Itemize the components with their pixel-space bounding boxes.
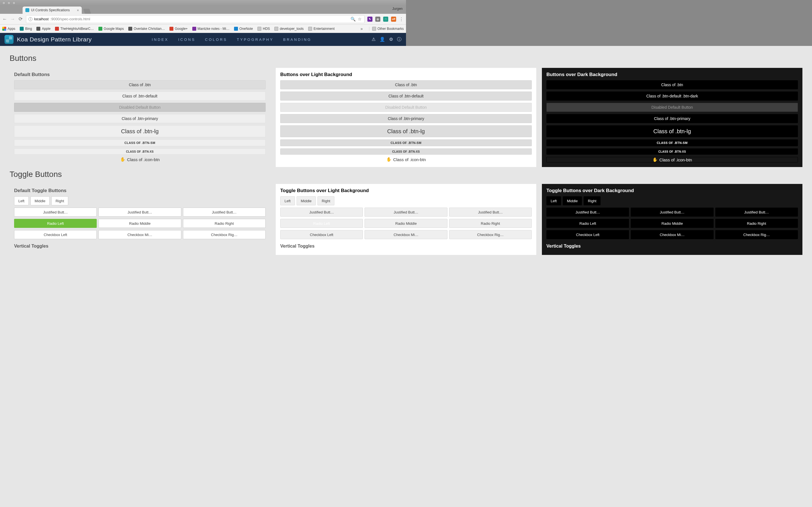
bookmark-item[interactable]: Google Maps [98,27,124,31]
extension-icon[interactable]: □ [383,17,388,22]
bookmark-folder[interactable]: HDS [257,27,270,31]
address-bar[interactable]: i localhost:9000/spec-controls.html 🔍 ☆ [26,15,364,23]
vertical-toggles-title: Vertical Toggles [14,244,266,249]
bookmark-item[interactable]: Overlake Christian… [128,27,165,31]
checkbox-right[interactable]: Checkbox Rig… [183,230,266,239]
nav-link-icons[interactable]: ICONS [178,38,195,42]
bookmark-item[interactable]: Bing [20,27,32,31]
btn-default[interactable]: Class of .btn-default [280,92,406,101]
toggle-radio: Radio Left Radio Middle Radio Right [280,219,406,228]
url-host: localhost [34,17,49,21]
radio-middle[interactable]: Radio Middle [98,219,181,228]
btn-sm[interactable]: CLASS OF .BTN-SM [280,139,406,146]
nav-link-typography[interactable]: TYPOGRAPHY [237,38,273,42]
section-title-buttons: Buttons [10,54,406,63]
extension-icon[interactable]: ✎ [367,17,372,22]
bookmarks-overflow-icon[interactable]: » [361,26,364,31]
bookmark-item[interactable]: TheHeightsAtBearC… [55,27,94,31]
user-icon[interactable]: 👤 [379,37,385,43]
btn-base[interactable]: Class of .btn [14,80,266,89]
radio-right[interactable]: Radio Right [183,219,266,228]
favicon-icon [55,27,59,31]
checkbox-middle[interactable]: Checkbox Mi… [364,230,406,239]
browser-profile-name[interactable]: Jurgen [392,7,403,11]
nav-link-branding[interactable]: BRANDING [283,38,312,42]
zoom-icon[interactable]: 🔍 [351,17,356,21]
maximize-window-icon[interactable] [12,1,15,4]
btn-icon[interactable]: ✋Class of .icon-btn [14,157,266,162]
bookmark-item[interactable]: Google+ [169,27,188,31]
favicon-icon [192,27,196,31]
app-brand[interactable]: Koa Design Pattern Library [17,36,92,43]
radio-middle[interactable]: Radio Middle [364,219,406,228]
card-title: Buttons over Light Background [280,72,406,77]
btn-primary[interactable]: Class of .btn-primary [280,114,406,123]
app-logo-icon[interactable] [4,35,13,44]
btn-xs[interactable]: CLASS OF .BTN-XS [280,149,406,155]
toggle-right[interactable]: Right [51,196,68,205]
toggle-justified-item[interactable]: Justified Butt… [280,208,363,217]
extension-icon[interactable]: off [391,17,396,22]
favicon-icon [234,27,238,31]
back-button[interactable]: ← [2,17,7,22]
site-info-icon[interactable]: i [29,17,33,21]
reload-button[interactable]: ⟳ [18,17,23,22]
btn-primary[interactable]: Class of .btn-primary [14,114,266,123]
other-bookmarks[interactable]: Other Bookmarks [369,27,404,31]
folder-icon [274,27,278,31]
card-title: Default Buttons [14,72,266,77]
alert-icon[interactable]: ⚠ [371,37,375,43]
info-icon[interactable]: ⓘ [397,37,402,43]
nav-link-colors[interactable]: COLORS [205,38,227,42]
toggle-left[interactable]: Left [14,196,29,205]
btn-icon[interactable]: ✋Class of .icon-btn [280,157,406,162]
tab-title: UI Controls Specifications [31,8,70,12]
mac-titlebar [0,0,406,6]
bookmark-item[interactable]: OneNote [234,27,253,31]
btn-lg[interactable]: Class of .btn-lg [14,125,266,137]
minimize-window-icon[interactable] [7,1,10,4]
nav-link-index[interactable]: INDEX [152,38,168,42]
toggle-middle[interactable]: Middle [31,196,50,205]
toggle-middle[interactable]: Middle [297,196,316,205]
nav-utility-icons: ⚠ 👤 ⚙ ⓘ [371,37,402,43]
toggle-right[interactable]: Right [317,196,335,205]
browser-tab-active[interactable]: UI Controls Specifications × [22,6,82,14]
btn-default[interactable]: Class of .btn-default [14,92,266,101]
radio-left[interactable]: Radio Left [280,219,363,228]
bookmark-folder[interactable]: Entertainment [308,27,335,31]
bookmark-folder[interactable]: developer_tools [274,27,304,31]
radio-left[interactable]: Radio Left [14,219,97,228]
card-light-toggles: Toggle Buttons over Light Background Lef… [276,184,406,253]
toggle-lmr: Left Middle Right [280,196,406,205]
toggle-justified-item[interactable]: Justified Butt… [98,208,181,217]
bookmark-apps[interactable]: Apps [2,27,15,31]
toggle-justified-item[interactable]: Justified Butt… [14,208,97,217]
toggle-left[interactable]: Left [280,196,295,205]
btn-base[interactable]: Class of .btn [280,80,406,89]
bookmark-item[interactable]: Mantzke notes - Mi… [192,27,230,31]
browser-toolbar: ← → ⟳ i localhost:9000/spec-controls.htm… [0,14,406,24]
favicon-icon [20,27,24,31]
checkbox-left[interactable]: Checkbox Left [280,230,363,239]
toggle-justified: Justified Butt… Justified Butt… Justifie… [14,208,266,217]
close-window-icon[interactable] [2,1,5,4]
toggle-checkbox: Checkbox Left Checkbox Mi… Checkbox Rig… [14,230,266,239]
tab-close-icon[interactable]: × [77,8,79,12]
checkbox-left[interactable]: Checkbox Left [14,230,97,239]
btn-xs[interactable]: CLASS OF .BTN-XS [14,149,266,155]
btn-sm[interactable]: CLASS OF .BTN-SM [14,139,266,146]
btn-lg[interactable]: Class of .btn-lg [280,125,406,137]
new-tab-button[interactable] [83,9,91,14]
favicon-icon [128,27,132,31]
bookmarks-bar: Apps Bing Apple TheHeightsAtBearC… Googl… [0,24,406,33]
checkbox-middle[interactable]: Checkbox Mi… [98,230,181,239]
gear-icon[interactable]: ⚙ [389,37,393,43]
folder-icon [372,27,376,31]
bookmark-item[interactable]: Apple [36,27,50,31]
bookmark-star-icon[interactable]: ☆ [357,17,362,21]
toggle-justified-item[interactable]: Justified Butt… [364,208,406,217]
extension-icon[interactable]: ◎ [375,17,380,22]
toggle-justified-item[interactable]: Justified Butt… [183,208,266,217]
browser-menu-icon[interactable]: ⋮ [399,17,404,21]
